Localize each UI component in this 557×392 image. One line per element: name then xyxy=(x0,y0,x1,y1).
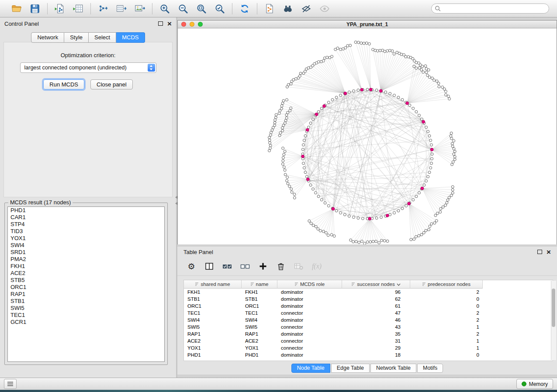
task-list-button[interactable] xyxy=(4,379,17,389)
column-chooser-icon[interactable] xyxy=(204,261,214,272)
list-item[interactable]: PHD1 xyxy=(8,207,164,214)
function-builder-icon: f(x) xyxy=(311,261,322,272)
control-panel-tabs: NetworkStyleSelectMCDS xyxy=(0,32,176,43)
close-panel-button[interactable]: Close panel xyxy=(90,79,133,89)
import-network-icon[interactable] xyxy=(53,2,66,15)
toolbar-group xyxy=(232,2,257,15)
float-window-icon[interactable] xyxy=(537,250,542,254)
criterion-selected-value: largest connected component (undirected) xyxy=(21,65,127,71)
scrollbar-thumb[interactable] xyxy=(552,289,555,327)
list-item[interactable]: ORC1 xyxy=(8,284,164,291)
table-row[interactable]: YOX1YOX1connector291 xyxy=(184,344,553,351)
list-item[interactable]: SWI4 xyxy=(8,242,164,249)
table-cell: STB1 xyxy=(184,296,242,302)
network-window-title: YPA_prune.txt_1 xyxy=(346,21,388,28)
close-panel-icon[interactable]: × xyxy=(167,20,172,28)
column-header[interactable]: name xyxy=(242,280,277,289)
table-row[interactable]: SWI4SWI4dominator462 xyxy=(184,316,553,323)
column-header[interactable]: shared name xyxy=(184,280,242,289)
table-row[interactable]: STB1STB1dominator620 xyxy=(184,296,553,303)
table-row[interactable]: ORC1ORC1dominator610 xyxy=(184,303,553,309)
network-canvas[interactable] xyxy=(178,28,557,244)
list-item[interactable]: ACE2 xyxy=(8,270,164,277)
open-folder-icon[interactable] xyxy=(10,2,23,15)
minimize-window-icon[interactable] xyxy=(190,22,194,27)
table-row[interactable]: FKH1FKH1dominator962 xyxy=(184,289,553,296)
column-header[interactable]: predecessor nodes xyxy=(410,280,483,289)
select-all-icon[interactable] xyxy=(222,261,232,272)
close-panel-icon[interactable]: × xyxy=(547,248,551,256)
share-document-icon[interactable] xyxy=(263,2,276,15)
tab-mcds[interactable]: MCDS xyxy=(116,32,145,43)
table-row[interactable]: TEC1TEC1connector472 xyxy=(184,309,553,316)
table-cell: 29 xyxy=(342,345,410,351)
eye-icon xyxy=(318,2,331,15)
zoom-in-icon[interactable] xyxy=(158,2,171,15)
list-item[interactable]: SRD1 xyxy=(8,249,164,256)
style-filter-icon[interactable] xyxy=(300,2,313,15)
zoom-selected-icon[interactable] xyxy=(213,2,226,15)
tab-network-table[interactable]: Network Table xyxy=(370,364,416,373)
add-row-icon[interactable] xyxy=(258,261,268,272)
table-cell: dominator xyxy=(277,289,342,295)
column-header[interactable]: successor nodes xyxy=(342,280,410,289)
float-window-icon[interactable] xyxy=(158,21,163,26)
binoculars-icon[interactable] xyxy=(281,2,294,15)
export-network-icon[interactable] xyxy=(97,2,110,15)
tab-node-table[interactable]: Node Table xyxy=(291,364,330,373)
table-row[interactable]: PHD1PHD1dominator180 xyxy=(184,351,553,358)
table-row[interactable]: SWI5SWI5connector431 xyxy=(184,323,553,330)
list-item[interactable]: CAR1 xyxy=(8,214,164,221)
column-label: MCDS role xyxy=(300,282,325,287)
network-window-titlebar[interactable]: YPA_prune.txt_1 xyxy=(178,21,557,28)
gear-icon[interactable]: ⚙ xyxy=(186,261,197,272)
tab-select[interactable]: Select xyxy=(89,32,116,43)
delete-row-icon[interactable] xyxy=(276,261,286,272)
list-item[interactable]: TEC1 xyxy=(8,312,164,319)
export-image-icon[interactable] xyxy=(133,2,146,15)
list-item[interactable]: YOX1 xyxy=(8,235,164,242)
table-row[interactable]: ACE2ACE2connector311 xyxy=(184,337,553,344)
table-cell: 0 xyxy=(410,303,483,309)
table-cell: 1 xyxy=(410,324,483,330)
tab-motifs[interactable]: Motifs xyxy=(417,364,443,373)
list-item[interactable]: RAP1 xyxy=(8,291,164,298)
table-cell: PHD1 xyxy=(242,352,277,358)
list-item[interactable]: PMA2 xyxy=(8,256,164,263)
import-table-icon[interactable] xyxy=(72,2,85,15)
run-mcds-button[interactable]: Run MCDS xyxy=(43,79,84,89)
close-window-icon[interactable] xyxy=(181,22,186,27)
list-item[interactable]: TID3 xyxy=(8,228,164,235)
network-graph[interactable] xyxy=(178,28,557,244)
list-item[interactable]: FKH1 xyxy=(8,263,164,270)
list-item[interactable]: STB5 xyxy=(8,277,164,284)
control-panel-title: Control Panel xyxy=(4,21,39,27)
chevron-down-icon[interactable] xyxy=(397,282,401,287)
tab-network[interactable]: Network xyxy=(31,32,64,43)
optimization-criterion-select[interactable]: largest connected component (undirected) xyxy=(20,62,156,73)
table-cell: SWI4 xyxy=(242,317,277,323)
tab-edge-table[interactable]: Edge Table xyxy=(331,364,370,373)
list-item[interactable]: SWI5 xyxy=(8,305,164,312)
zoom-out-icon[interactable] xyxy=(176,2,190,15)
deselect-all-icon[interactable] xyxy=(240,261,250,272)
zoom-fit-icon[interactable] xyxy=(195,2,208,15)
window-traffic-lights xyxy=(181,22,203,27)
table-cell: STB1 xyxy=(242,296,277,302)
mcds-result-list[interactable]: PHD1CAR1STP4TID3YOX1SWI4SRD1PMA2FKH1ACE2… xyxy=(7,206,165,362)
refresh-icon[interactable] xyxy=(238,2,251,15)
save-icon[interactable] xyxy=(28,2,42,15)
table-scrollbar[interactable] xyxy=(551,281,556,360)
maximize-window-icon[interactable] xyxy=(198,22,203,27)
tab-style[interactable]: Style xyxy=(64,32,89,43)
list-item[interactable]: STB1 xyxy=(8,298,164,305)
memory-button[interactable]: Memory xyxy=(516,379,553,389)
table-row[interactable]: RAP1RAP1dominator352 xyxy=(184,330,553,337)
column-header[interactable]: MCDS role xyxy=(277,280,342,289)
control-panel-header: Control Panel × xyxy=(0,17,176,30)
list-item[interactable]: GCR1 xyxy=(8,319,164,326)
table-cell: SWI5 xyxy=(242,324,277,330)
list-item[interactable]: STP4 xyxy=(8,221,164,228)
search-input[interactable] xyxy=(431,3,549,14)
export-table-icon[interactable] xyxy=(115,2,128,15)
